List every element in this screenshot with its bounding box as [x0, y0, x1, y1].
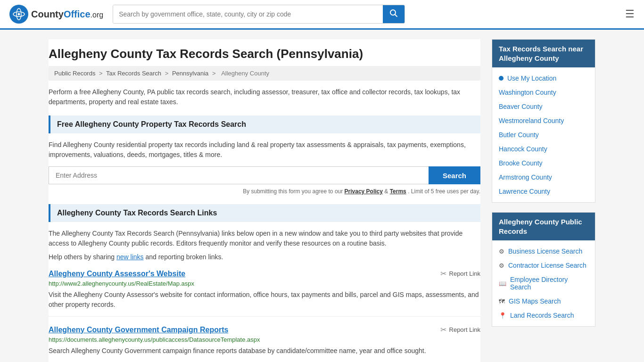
assessors-website-url: http://www2.alleghenycounty.us/RealEstat…	[49, 280, 480, 287]
assessors-website-description: Visit the Allegheny County Assessor's we…	[49, 290, 480, 310]
breadcrumb-pennsylvania[interactable]: Pennsylvania	[172, 70, 208, 77]
svg-line-5	[395, 15, 397, 17]
campaign-reports-link[interactable]: Allegheny County Government Campaign Rep…	[49, 326, 228, 334]
site-logo[interactable]: CountyOffice.org	[9, 5, 103, 24]
link-entry-header-0: Allegheny County Assessor's Website ✂ Re…	[49, 269, 480, 278]
report-icon-0: ✂	[440, 269, 446, 278]
links-section-description: The Allegheny County Tax Records Search …	[49, 229, 480, 248]
breadcrumb: Public Records > Tax Records Search > Pe…	[49, 66, 480, 81]
sidebar-nearby-title: Tax Records Search near Allegheny County	[492, 40, 595, 67]
links-section: Allegheny County Tax Records Search Link…	[49, 204, 480, 362]
hamburger-menu-button[interactable]: ☰	[625, 8, 635, 20]
use-my-location-link[interactable]: Use My Location	[492, 71, 595, 85]
sidebar-county-6[interactable]: Armstrong County	[492, 170, 595, 184]
sidebar-nearby-section: Tax Records Search near Allegheny County…	[492, 39, 595, 203]
address-input[interactable]	[49, 166, 429, 184]
book-icon-employee	[499, 280, 506, 287]
privacy-policy-link[interactable]: Privacy Policy	[345, 188, 383, 195]
use-my-location-label: Use My Location	[507, 74, 556, 82]
breadcrumb-tax-records-search[interactable]: Tax Records Search	[106, 70, 161, 77]
global-search-bar	[113, 5, 405, 24]
report-link-btn-0[interactable]: ✂ Report Link	[440, 269, 480, 278]
global-search-button[interactable]	[383, 5, 405, 23]
sidebar-county-2[interactable]: Westmoreland County	[492, 114, 595, 128]
sidebar-county-3[interactable]: Butler County	[492, 128, 595, 142]
sidebar-land-records-link[interactable]: Land Records Search	[492, 308, 595, 322]
logo-text: CountyOffice.org	[31, 9, 103, 20]
campaign-reports-url: https://documents.alleghenycounty.us/pub…	[49, 336, 480, 343]
sidebar-public-records-section: Allegheny County Public Records Business…	[492, 212, 595, 327]
form-note: By submitting this form you agree to our…	[49, 188, 480, 195]
location-dot-icon	[499, 76, 504, 81]
breadcrumb-public-records[interactable]: Public Records	[54, 70, 95, 77]
page-container: Allegheny County Tax Records Search (Pen…	[39, 30, 605, 362]
sidebar-county-1[interactable]: Beaver County	[492, 99, 595, 114]
report-link-btn-1[interactable]: ✂ Report Link	[440, 325, 480, 334]
sidebar-county-4[interactable]: Hancock County	[492, 142, 595, 156]
gear-icon-business	[499, 248, 504, 255]
sidebar-county-7[interactable]: Lawrence County	[492, 184, 595, 198]
sidebar-county-5[interactable]: Brooke County	[492, 156, 595, 170]
address-search-row: Search	[49, 166, 480, 184]
share-text: Help others by sharing new links and rep…	[49, 253, 480, 261]
sidebar-county-0[interactable]: Washington County	[492, 85, 595, 99]
sidebar-public-records-title: Allegheny County Public Records	[492, 213, 595, 240]
global-search-input[interactable]	[113, 5, 383, 23]
sidebar-business-license-link[interactable]: Business License Search	[492, 244, 595, 258]
assessors-website-link[interactable]: Allegheny County Assessor's Website	[49, 270, 185, 278]
sidebar-public-records-body: Business License Search Contractor Licen…	[492, 240, 595, 326]
sidebar-employee-directory-link[interactable]: Employee Directory Search	[492, 272, 595, 294]
site-header: CountyOffice.org ☰	[0, 0, 644, 30]
sidebar-nearby-body: Use My Location Washington County Beaver…	[492, 67, 595, 202]
sidebar-gis-maps-link[interactable]: GIS Maps Search	[492, 294, 595, 308]
logo-icon	[9, 5, 28, 24]
link-entry-header-1: Allegheny County Government Campaign Rep…	[49, 325, 480, 334]
gear-icon-contractor	[499, 262, 504, 269]
property-search-heading: Free Allegheny County Property Tax Recor…	[49, 115, 480, 133]
breadcrumb-current: Allegheny County	[221, 70, 269, 77]
main-content: Allegheny County Tax Records Search (Pen…	[49, 39, 480, 362]
page-title: Allegheny County Tax Records Search (Pen…	[49, 39, 480, 66]
report-icon-1: ✂	[440, 325, 446, 334]
property-search-description: Find Allegheny County residential proper…	[49, 140, 480, 160]
link-entry-0: Allegheny County Assessor's Website ✂ Re…	[49, 269, 480, 317]
svg-point-3	[18, 13, 20, 16]
map-icon-gis	[499, 298, 505, 305]
new-links-link[interactable]: new links	[116, 253, 144, 261]
sidebar-contractor-license-link[interactable]: Contractor License Search	[492, 258, 595, 272]
campaign-reports-description: Search Allegheny County Government campa…	[49, 346, 480, 356]
search-button[interactable]: Search	[429, 166, 480, 184]
link-entry-1: Allegheny County Government Campaign Rep…	[49, 325, 480, 362]
pin-icon-land	[499, 312, 506, 319]
links-section-heading: Allegheny County Tax Records Search Link…	[49, 204, 480, 222]
terms-link[interactable]: Terms	[390, 188, 406, 195]
sidebar: Tax Records Search near Allegheny County…	[492, 39, 595, 362]
page-description: Perform a free Allegheny County, PA publ…	[49, 87, 480, 107]
